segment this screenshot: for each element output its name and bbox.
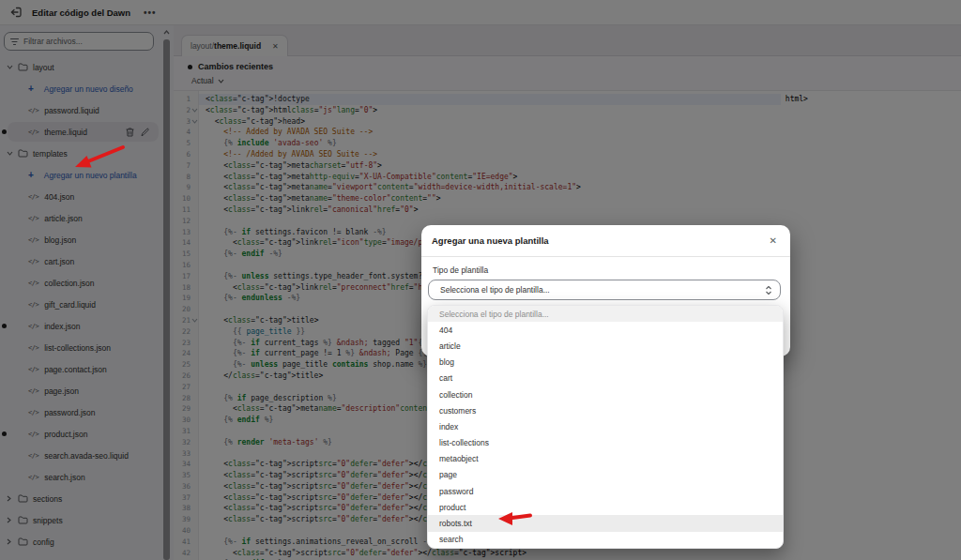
option-customers[interactable]: customers xyxy=(428,402,783,418)
modal-title: Agregar una nueva plantilla xyxy=(432,235,549,246)
template-type-select[interactable]: Selecciona el tipo de plantilla... xyxy=(428,280,781,300)
option-list-collections[interactable]: list-collections xyxy=(428,435,783,451)
option-cart[interactable]: cart xyxy=(428,371,783,386)
template-type-label: Tipo de plantilla xyxy=(433,265,781,275)
option-robots-txt[interactable]: robots.txt xyxy=(428,515,783,531)
select-value: Selecciona el tipo de plantilla... xyxy=(440,285,550,295)
template-type-listbox: Selecciona el tipo de plantilla...404art… xyxy=(427,305,784,549)
option-blog[interactable]: blog xyxy=(428,355,783,371)
option-metaobject[interactable]: metaobject xyxy=(428,451,783,467)
option-article[interactable]: article xyxy=(428,338,783,354)
select-stepper-icon xyxy=(765,285,772,295)
modal-close-icon[interactable]: ✕ xyxy=(770,235,777,246)
option-product[interactable]: product xyxy=(428,499,783,515)
option-index[interactable]: index xyxy=(428,418,783,434)
option-page[interactable]: page xyxy=(428,467,783,483)
option-selecciona-el-tipo-de-plantilla-[interactable]: Selecciona el tipo de plantilla... xyxy=(428,306,783,322)
option-404[interactable]: 404 xyxy=(428,322,783,338)
option-collection[interactable]: collection xyxy=(428,386,783,402)
option-search[interactable]: search xyxy=(428,532,783,548)
option-password[interactable]: password xyxy=(428,483,783,499)
